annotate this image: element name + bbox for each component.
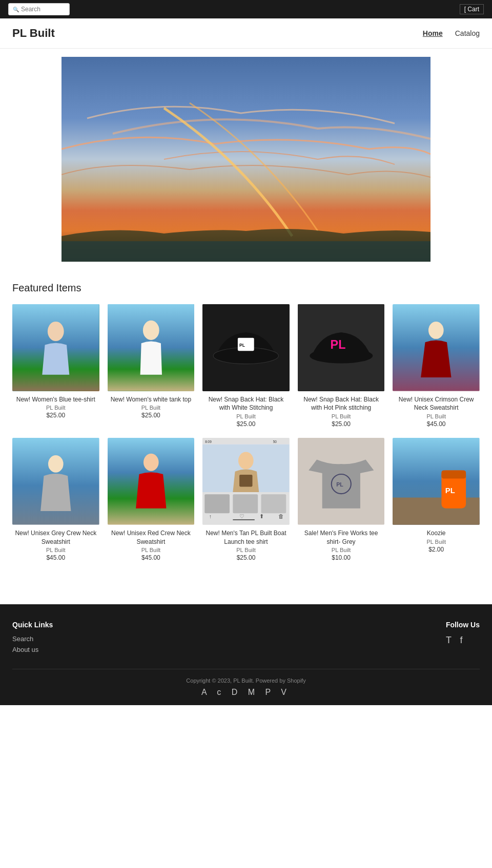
svg-rect-26 — [239, 475, 252, 486]
product-vendor: PL Built — [298, 547, 385, 553]
product-vendor: PL Built — [108, 547, 195, 553]
svg-text:🗑: 🗑 — [279, 513, 284, 519]
product-name: New! Unisex Grey Crew Neck Sweatshirt — [12, 529, 99, 546]
svg-rect-29 — [233, 494, 258, 513]
product-image: 8:09 50 ↑ ♡ ⬆ 🗑 — [202, 438, 290, 525]
product-card[interactable]: New! Unisex Red Crew Neck Sweatshirt PL … — [108, 438, 195, 561]
quick-links-title: Quick Links — [12, 621, 53, 629]
product-card[interactable]: PL New! Snap Back Hat: Black with Hot Pi… — [298, 304, 385, 428]
svg-rect-40 — [393, 498, 480, 525]
product-name: New! Snap Back Hat: Black with Hot Pink … — [298, 395, 385, 413]
nav-home[interactable]: Home — [423, 29, 443, 37]
footer-top: Quick Links Search About us Follow Us T … — [12, 621, 480, 657]
footer-bottom: Copyright © 2023, PL Built. Powered by S… — [12, 669, 480, 697]
product-vendor: PL Built — [298, 413, 385, 419]
svg-point-15 — [428, 322, 444, 339]
search-icon: 🔍 — [13, 7, 19, 12]
featured-section: Featured Items — [0, 270, 492, 584]
product-image — [393, 304, 480, 391]
svg-point-19 — [144, 454, 159, 471]
site-footer: Quick Links Search About us Follow Us T … — [0, 604, 492, 705]
product-name: New! Unisex Crimson Crew Neck Sweatshirt — [393, 395, 480, 413]
product-card[interactable]: PL Sale! Men's Fire Works tee shirt- Gre… — [298, 438, 385, 561]
svg-text:PL: PL — [336, 482, 343, 488]
svg-rect-42 — [442, 471, 466, 479]
products-row-1: New! Women's Blue tee-shirt PL Built $25… — [12, 304, 480, 428]
product-price: $25.00 — [298, 420, 385, 428]
product-card[interactable]: New! Women's white tank top PL Built $25… — [108, 304, 195, 428]
product-image — [108, 438, 195, 525]
product-image: PL — [298, 438, 385, 525]
payment-badges: A c D M P V — [12, 688, 480, 697]
svg-text:♡: ♡ — [239, 513, 244, 519]
product-price: $25.00 — [202, 420, 290, 428]
featured-title: Featured Items — [12, 282, 480, 294]
product-card[interactable]: 8:09 50 ↑ ♡ ⬆ 🗑 — [202, 438, 290, 561]
footer-follow: Follow Us T f — [446, 621, 480, 657]
search-box[interactable]: 🔍 — [8, 3, 70, 15]
svg-text:PL: PL — [239, 343, 245, 348]
nav-catalog[interactable]: Catalog — [455, 29, 480, 37]
site-header: PL Built Home Catalog — [0, 18, 492, 49]
product-name: Koozie — [393, 529, 480, 538]
product-image — [12, 304, 99, 391]
product-name: New! Women's Blue tee-shirt — [12, 395, 99, 404]
top-bar: 🔍 [ Cart — [0, 0, 492, 18]
svg-point-25 — [238, 452, 254, 470]
product-image — [108, 304, 195, 391]
product-price: $25.00 — [108, 412, 195, 419]
product-image: PL — [202, 304, 290, 391]
svg-text:8:09: 8:09 — [205, 440, 212, 443]
product-price: $2.00 — [393, 546, 480, 553]
product-vendor: PL Built — [202, 547, 290, 553]
product-image — [12, 438, 99, 525]
product-name: Sale! Men's Fire Works tee shirt- Grey — [298, 529, 385, 546]
hero-banner — [61, 57, 430, 262]
product-card[interactable]: New! Unisex Grey Crew Neck Sweatshirt PL… — [12, 438, 99, 561]
copyright-text: Copyright © 2023, PL Built. Powered by S… — [12, 678, 480, 684]
product-name: New! Women's white tank top — [108, 395, 195, 404]
product-vendor: PL Built — [393, 539, 480, 545]
product-vendor: PL Built — [12, 547, 99, 553]
product-card[interactable]: New! Unisex Crimson Crew Neck Sweatshirt… — [393, 304, 480, 428]
product-image: PL — [298, 304, 385, 391]
product-name: New! Snap Back Hat: Black with White Sti… — [202, 395, 290, 413]
product-image: PL — [393, 438, 480, 525]
svg-point-3 — [48, 322, 64, 341]
product-card[interactable]: New! Women's Blue tee-shirt PL Built $25… — [12, 304, 99, 428]
svg-point-5 — [142, 321, 159, 340]
product-price: $25.00 — [12, 412, 99, 419]
svg-point-17 — [48, 455, 64, 473]
product-price: $45.00 — [108, 554, 195, 561]
product-card[interactable]: PL Koozie PL Built $2.00 — [393, 438, 480, 561]
footer-link-search[interactable]: Search — [12, 635, 53, 643]
site-logo[interactable]: PL Built — [12, 27, 55, 40]
product-price: $25.00 — [202, 554, 290, 561]
product-price: $45.00 — [12, 554, 99, 561]
product-vendor: PL Built — [393, 413, 480, 419]
product-card[interactable]: PL New! Snap Back Hat: Black with White … — [202, 304, 290, 428]
cart-button[interactable]: [ Cart — [460, 4, 484, 14]
follow-title: Follow Us — [446, 621, 480, 629]
svg-text:⬆: ⬆ — [259, 513, 264, 519]
footer-quick-links: Quick Links Search About us — [12, 621, 53, 657]
product-price: $10.00 — [298, 554, 385, 561]
svg-rect-28 — [204, 494, 230, 513]
product-name: New! Men's Tan PL Built Boat Launch tee … — [202, 529, 290, 546]
main-nav: Home Catalog — [423, 29, 480, 37]
product-vendor: PL Built — [12, 405, 99, 411]
product-price: $45.00 — [393, 420, 480, 428]
product-name: New! Unisex Red Crew Neck Sweatshirt — [108, 529, 195, 546]
footer-link-about[interactable]: About us — [12, 646, 53, 653]
svg-rect-30 — [261, 494, 286, 513]
product-vendor: PL Built — [108, 405, 195, 411]
social-icons: T f — [446, 635, 480, 646]
search-input[interactable] — [21, 6, 67, 13]
svg-text:PL: PL — [330, 338, 345, 351]
cart-label: Cart — [467, 6, 479, 13]
svg-text:↑: ↑ — [209, 513, 212, 519]
svg-text:50: 50 — [273, 440, 277, 443]
product-vendor: PL Built — [202, 413, 290, 419]
svg-text:PL: PL — [445, 486, 455, 495]
products-row-2: New! Unisex Grey Crew Neck Sweatshirt PL… — [12, 438, 480, 561]
